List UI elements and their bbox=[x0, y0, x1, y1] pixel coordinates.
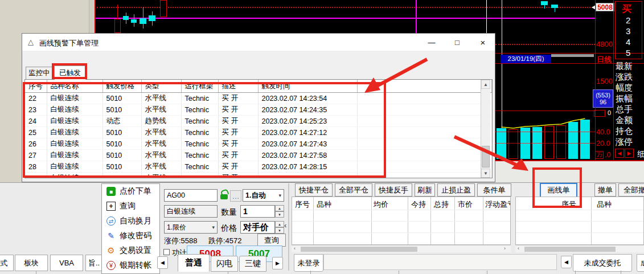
col-product[interactable]: 品种名称 bbox=[47, 80, 102, 93]
spin-up-icon[interactable]: ▲ bbox=[275, 205, 284, 211]
quantity-value: 1 bbox=[243, 207, 248, 216]
orders-col-seq[interactable]: 序号 bbox=[561, 199, 576, 210]
stop-loss-button[interactable]: 止损止盈 bbox=[437, 183, 475, 197]
book-level-5[interactable]: 5 bbox=[626, 48, 630, 58]
positions-col-pnl[interactable]: 浮动盈亏 bbox=[485, 199, 510, 210]
mini-scrollbar[interactable] bbox=[551, 54, 594, 57]
menu-item-query[interactable]: + 查询 bbox=[102, 199, 159, 214]
cancel-order-button[interactable]: 撤单 bbox=[594, 183, 616, 197]
table-row[interactable]: 29白银连续5010水平线Technic买 开2023.02.07 14:28:… bbox=[25, 173, 492, 179]
close-all-button[interactable]: 全部平仓 bbox=[335, 183, 372, 197]
tab-pending-orders[interactable]: 未成交委托 bbox=[573, 254, 632, 272]
scroll-up-icon[interactable]: ▲ bbox=[481, 80, 490, 89]
workspace-tab-vba[interactable]: VBA bbox=[50, 255, 83, 271]
quick-close-button[interactable]: 快捷平仓 bbox=[295, 183, 333, 197]
scroll-thumb[interactable] bbox=[301, 247, 417, 252]
book-buy-label[interactable]: 买 bbox=[622, 2, 631, 15]
orders-col-name[interactable]: 品种 bbox=[597, 199, 612, 210]
quantity-stepper[interactable]: 1 bbox=[240, 205, 275, 218]
workspace-tab-1[interactable]: 式 bbox=[0, 255, 14, 271]
tab-partial[interactable]: 成 bbox=[637, 254, 644, 272]
tab-normal[interactable]: 普通 bbox=[178, 254, 210, 272]
volume-bar bbox=[580, 120, 590, 159]
col-type[interactable]: 类型 bbox=[141, 80, 181, 93]
col-seq[interactable]: 序号 bbox=[25, 80, 47, 93]
query-button[interactable]: 查询 bbox=[257, 234, 286, 247]
table-row[interactable]: 25白银连续5010水平线Technic买 开2023.02.07 14:27:… bbox=[25, 127, 492, 138]
scroll-thumb[interactable] bbox=[482, 146, 490, 167]
axis-20: 20.0 bbox=[596, 140, 610, 148]
minimize-button[interactable]: — bbox=[422, 36, 441, 48]
menu-item-bank-transfer[interactable]: ¥ 银期转帐 bbox=[102, 258, 159, 273]
spin-up-icon[interactable]: ▲ bbox=[275, 221, 284, 227]
tab-triggered[interactable]: 已触发 bbox=[54, 66, 86, 80]
prev-page-icon[interactable]: ◀ bbox=[615, 149, 624, 158]
table-row[interactable]: 27白银连续5010水平线Technic买 开2023.02.07 14:27:… bbox=[25, 150, 492, 161]
col-description[interactable]: 描述 bbox=[218, 80, 258, 93]
chevron-down-icon: ▾ bbox=[278, 193, 281, 198]
price-spin-icons[interactable]: ▲ ▼ bbox=[275, 221, 284, 234]
tab-threekey[interactable]: 三键 bbox=[239, 256, 266, 272]
book-level-2[interactable]: 2 bbox=[626, 15, 630, 25]
workspace-tab-more[interactable]: 旨.. bbox=[85, 255, 102, 271]
menu-item-trade-settings[interactable]: ⚙ 交易设置 bbox=[102, 243, 159, 258]
panel-splitter[interactable] bbox=[288, 183, 289, 271]
tab-flash[interactable]: 闪电 bbox=[211, 256, 238, 272]
table-row[interactable]: 28白银连续5010水平线Technic买 开2023.02.07 14:28:… bbox=[25, 161, 492, 173]
form-tabs-prev-icon[interactable]: ◀ bbox=[157, 256, 168, 269]
dialog-titlebar[interactable]: △ 画线预警下单管理 — □ × bbox=[22, 34, 495, 51]
condition-order-button[interactable]: 条件单 bbox=[477, 183, 511, 197]
col-framework[interactable]: 运行框架 bbox=[181, 80, 218, 93]
contract-code-input[interactable] bbox=[164, 189, 218, 202]
spin-down-icon[interactable]: ▼ bbox=[275, 227, 284, 234]
contract-browse-button[interactable]: … bbox=[230, 190, 241, 202]
tab-normal-label: 普通 bbox=[185, 257, 202, 268]
tab-not-logged-in[interactable]: 未登录 bbox=[294, 254, 323, 272]
menu-item-auto-roll[interactable]: ⇄ 自动换月 bbox=[102, 214, 159, 228]
price-stepper[interactable]: 对手价 bbox=[240, 221, 275, 234]
col-trigger-time[interactable]: 触发时间 bbox=[258, 80, 357, 93]
table-row[interactable]: 24白银连续动态趋势线Technic买 开2023.02.07 14:25:23 bbox=[25, 116, 492, 127]
splitter-collapse-icon[interactable]: ‹ bbox=[284, 221, 286, 230]
scroll-left-icon[interactable]: ‹ bbox=[294, 246, 296, 251]
maximize-button[interactable]: □ bbox=[448, 36, 467, 48]
spin-down-icon[interactable]: ▼ bbox=[275, 211, 284, 218]
workspace-tab-blocks[interactable]: 板块 bbox=[15, 255, 48, 271]
tab-monitoring[interactable]: 监控中 bbox=[26, 67, 53, 79]
positions-col-total[interactable]: 总持 bbox=[434, 199, 449, 210]
positions-col-avg[interactable]: 均价 bbox=[374, 199, 388, 210]
next-page-icon[interactable]: ▶ bbox=[625, 149, 634, 158]
detail-label[interactable]: 细 bbox=[637, 149, 644, 160]
book-level-3[interactable]: 3 bbox=[626, 26, 630, 36]
col-trigger-price[interactable]: 触发价格 bbox=[102, 80, 141, 93]
positions-col-seq[interactable]: 序号 bbox=[295, 199, 310, 210]
form-checkbox[interactable] bbox=[163, 249, 170, 255]
order-tabs-prev-icon[interactable]: ◀ bbox=[561, 256, 572, 268]
positions-col-mkt[interactable]: 市价 bbox=[458, 199, 473, 210]
alert-table-vscrollbar[interactable]: ▲ ▼ bbox=[481, 80, 490, 178]
form-tabs-next-icon[interactable]: ▶ bbox=[272, 257, 283, 269]
refresh-button[interactable]: 刷新 bbox=[415, 183, 435, 197]
lock-icon[interactable] bbox=[220, 190, 229, 201]
table-row[interactable]: 23白银连续5010水平线Technic买 开2023.02.07 14:24:… bbox=[25, 104, 492, 116]
quick-reverse-button[interactable]: 快捷反手 bbox=[375, 183, 412, 197]
menu-item-click-order[interactable]: ■ 点价下单 bbox=[102, 184, 159, 199]
price-type-select[interactable]: 1.限价 ▾ bbox=[164, 221, 218, 234]
book-level-4[interactable]: 4 bbox=[626, 37, 630, 47]
positions-col-name[interactable]: 品种 bbox=[317, 199, 331, 210]
close-button[interactable]: × bbox=[473, 36, 493, 48]
table-row[interactable]: 22白银连续5010水平线Technic买 开2023.02.07 14:23:… bbox=[25, 93, 492, 104]
scroll-right-icon[interactable]: › bbox=[504, 246, 506, 251]
scroll-left-icon[interactable]: ‹ bbox=[518, 246, 519, 251]
table-row[interactable]: 26白银连续5010水平线Technic买 开2023.02.07 14:27:… bbox=[25, 138, 492, 150]
quantity-spin-icons[interactable]: ▲ ▼ bbox=[275, 205, 284, 218]
menu-item-change-password[interactable]: ✎ 修改密码 bbox=[102, 228, 159, 243]
draw-line-order-button[interactable]: 画线单 bbox=[540, 183, 577, 198]
scroll-down-icon[interactable]: ▼ bbox=[481, 169, 490, 178]
mode-select[interactable]: 1.自动 ▾ bbox=[243, 189, 284, 202]
scroll-thumb[interactable] bbox=[524, 247, 616, 252]
cancel-all-button[interactable]: 全部撤单 bbox=[618, 183, 644, 197]
positions-col-today[interactable]: 今持 bbox=[411, 199, 426, 210]
positions-hscrollbar[interactable]: ‹ › bbox=[292, 245, 511, 252]
orders-hscrollbar[interactable]: ‹ bbox=[515, 245, 644, 252]
